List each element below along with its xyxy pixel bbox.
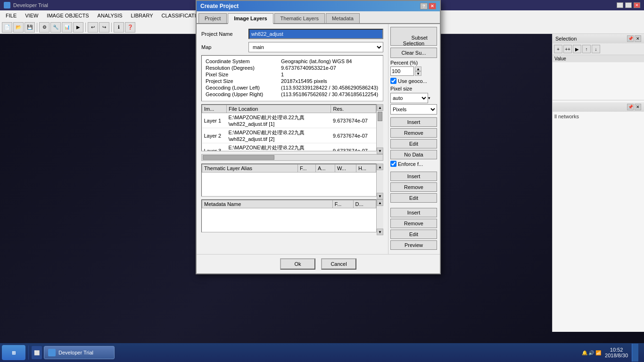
tab-project[interactable]: Project (198, 13, 227, 23)
thematic-scroll-dn[interactable]: ▼ (377, 193, 383, 199)
tab-metadata[interactable]: Metadata (326, 13, 360, 23)
layer-table-hscroll[interactable] (201, 154, 383, 161)
rp2-pin[interactable]: 📌 (627, 104, 634, 110)
dialog-close-btn[interactable]: ✕ (429, 3, 436, 9)
tb-new[interactable]: 📄 (2, 22, 12, 33)
thematic-scroll-up[interactable]: ▲ (377, 164, 383, 170)
insert3-btn[interactable]: Insert (390, 208, 437, 217)
taskbar-app-label: Developer Trial (58, 350, 93, 355)
remove-btn[interactable]: Remove (390, 128, 437, 138)
tb-btn5[interactable]: ↩ (88, 22, 98, 33)
second-panel-header: 📌 ✕ (553, 102, 644, 112)
insert2-btn[interactable]: Insert (390, 172, 437, 181)
layer-scroll-dn[interactable]: ▼ (377, 148, 383, 154)
dialog-title: Create Project (200, 3, 239, 9)
taskbar-app-btn[interactable]: Developer Trial (44, 346, 115, 359)
tb-btn1[interactable]: ⚙ (39, 22, 50, 33)
tb-open[interactable]: 📂 (13, 22, 24, 33)
layer-row-1[interactable]: Layer 1 E:\MAPZONE\航片处理\8.22九真\wh822_adj… (202, 113, 376, 128)
dialog-help-btn[interactable]: ? (420, 3, 428, 9)
taskbar-show-desktop[interactable]: ⬜ (32, 346, 42, 359)
rp-up-btn[interactable]: ↑ (582, 45, 591, 53)
dialog-tabs: Project Image Layers Thematic Layers Met… (197, 11, 440, 24)
tb-btn3[interactable]: 📊 (62, 22, 72, 33)
app-icon (4, 2, 10, 8)
menu-library[interactable]: LIBRARY (127, 12, 157, 19)
rp-col-headers: Value (553, 55, 644, 62)
rp-play-btn[interactable]: ▶ (573, 45, 581, 53)
menu-file[interactable]: FILE (2, 12, 20, 19)
meta-f-col: F... (332, 200, 353, 208)
start-button[interactable]: ⊞ (2, 345, 25, 360)
rp2-close[interactable]: ✕ (635, 104, 641, 110)
thematic-table-container: Thematic Layer Alias F... A... W... H... (201, 164, 377, 197)
edit-btn[interactable]: Edit (390, 139, 437, 148)
th-w: W... (335, 165, 356, 173)
percent-dn[interactable]: ▼ (415, 71, 421, 76)
info-section: Coordinate System Geographic (lat./long)… (201, 55, 383, 101)
layer1-name: Layer 1 (202, 113, 227, 128)
tb-btn7[interactable]: ℹ (114, 22, 124, 33)
tb-save[interactable]: 💾 (25, 22, 35, 33)
pixel-size-select[interactable]: auto (390, 93, 428, 103)
use-geocoding-checkbox[interactable] (390, 78, 396, 84)
enforce-checkbox[interactable] (390, 161, 396, 167)
remove2-btn[interactable]: Remove (390, 182, 437, 192)
percent-up[interactable]: ▲ (415, 66, 421, 71)
percent-spinners: ▲ ▼ (415, 66, 421, 76)
layer-row-3[interactable]: Layer 3 E:\MAPZONE\航片处理\8.22九真\wh822_adj… (202, 143, 376, 152)
tb-btn6[interactable]: ↪ (99, 22, 109, 33)
meta-scroll-dn[interactable]: ▼ (377, 229, 383, 235)
tab-thematic-layers[interactable]: Thematic Layers (274, 13, 325, 23)
pixels-select[interactable]: Pixels (390, 104, 437, 115)
menu-view[interactable]: VIEW (21, 12, 42, 19)
rp-add2-btn[interactable]: ++ (563, 45, 572, 53)
edit2-btn[interactable]: Edit (390, 193, 437, 203)
meta-scroll-up[interactable]: ▲ (377, 199, 383, 206)
clear-subset-btn[interactable]: Clear Su... (390, 48, 437, 58)
map-row: Map main (201, 42, 383, 52)
edit3-btn[interactable]: Edit (390, 230, 437, 239)
tb-btn8[interactable]: ❓ (125, 22, 135, 33)
layer-table-container: Im... File Location Res. Layer 1 E:\MAPZ… (201, 104, 377, 151)
show-desktop-strip[interactable] (632, 344, 638, 362)
meta-d-col: D... (353, 200, 376, 208)
rp-dn-btn[interactable]: ↓ (592, 45, 600, 53)
maximize-btn[interactable]: □ (625, 2, 632, 8)
thematic-table-wrapper: Thematic Layer Alias F... A... W... H...… (201, 164, 383, 199)
rp-pin[interactable]: 📌 (627, 35, 634, 42)
cancel-btn[interactable]: Cancel (321, 258, 356, 270)
tb-btn4[interactable]: ▶ (73, 22, 83, 33)
close-btn[interactable]: ✕ (634, 2, 640, 8)
percent-label: Percent (%) (390, 60, 437, 66)
remove3-btn[interactable]: Remove (390, 219, 437, 228)
tb-sep2 (85, 23, 86, 32)
layer-scroll-up[interactable]: ▲ (377, 104, 383, 111)
insert-btn[interactable]: Insert (390, 117, 437, 127)
subset-selection-btn[interactable]: Subset Selection (390, 27, 437, 46)
layer-table-wrapper: Im... File Location Res. Layer 1 E:\MAPZ… (201, 104, 383, 154)
rp-add-btn[interactable]: + (554, 45, 562, 53)
menu-analysis[interactable]: ANALYSIS (94, 12, 126, 19)
taskbar-app-icon (48, 349, 56, 356)
preview-btn[interactable]: Preview (390, 240, 437, 250)
tb-btn2[interactable]: 🔧 (50, 22, 61, 33)
pixel-size-label: Pixel Size (206, 72, 281, 77)
ok-btn[interactable]: Ok (280, 258, 315, 270)
map-select[interactable]: main (248, 42, 383, 52)
system-tray: 🔔 🔊 📶 10:52 2018/8/30 (582, 344, 643, 362)
minimize-btn[interactable]: _ (617, 2, 623, 8)
project-name-input[interactable] (248, 29, 383, 39)
info-resolution: Resolution (Degrees) 9.67376740953321e-0… (206, 65, 379, 71)
info-geocoding-lower: Geocoding (Lower Left) (113.932339128422… (206, 85, 379, 90)
percent-input[interactable] (390, 66, 414, 76)
menu-image-objects[interactable]: IMAGE OBJECTS (43, 12, 92, 19)
dialog-left: Project Name Map main Coordinate System … (197, 24, 388, 254)
th-f: F... (297, 165, 315, 173)
rp-close[interactable]: ✕ (635, 35, 641, 42)
layer-row-2[interactable]: Layer 2 E:\MAPZONE\航片处理\8.22九真\wh822_adj… (202, 128, 376, 143)
col-layer: Im... (202, 105, 227, 113)
use-geocoding-label: Use geoco... (398, 78, 427, 84)
tab-image-layers[interactable]: Image Layers (228, 13, 273, 24)
no-data-btn[interactable]: No Data (390, 150, 437, 159)
